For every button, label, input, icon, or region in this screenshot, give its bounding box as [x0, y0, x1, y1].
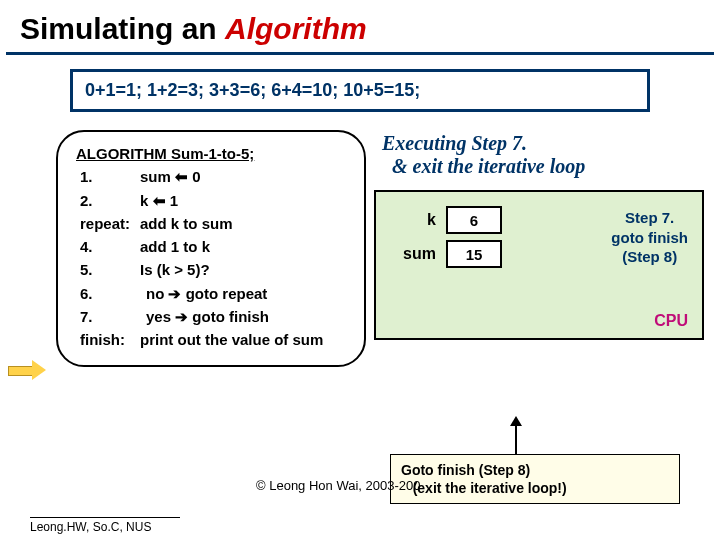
- current-step-arrow-col: [8, 130, 48, 378]
- algo-row: 5.Is (k > 5)?: [76, 258, 327, 281]
- footer: Leong.HW, So.C, NUS: [30, 517, 180, 534]
- goto-arrow-icon: [515, 418, 517, 454]
- main-row: ALGORITHM Sum-1-to-5; 1.sum ⬅ 02.k ⬅ 1re…: [0, 130, 720, 378]
- step-note-l3: (Step 8): [611, 247, 688, 267]
- algo-row: 4.add 1 to k: [76, 235, 327, 258]
- algorithm-header: ALGORITHM Sum-1-to-5;: [76, 142, 346, 165]
- title-black: Simulating an: [20, 12, 225, 45]
- algo-row-text: yes ➔ goto finish: [136, 305, 327, 328]
- algo-row: repeat:add k to sum: [76, 212, 327, 235]
- slide-title: Simulating an Algorithm: [0, 0, 720, 52]
- algo-row-text: no ➔ goto repeat: [136, 282, 327, 305]
- execution-note: Executing Step 7. & exit the iterative l…: [374, 132, 712, 178]
- algorithm-steps: 1.sum ⬅ 02.k ⬅ 1repeat:add k to sum4.add…: [76, 165, 327, 351]
- cpu-box: k6sum15 Step 7. goto finish (Step 8) CPU: [374, 190, 704, 340]
- algo-row-label: 2.: [76, 189, 136, 212]
- algo-row-label: 5.: [76, 258, 136, 281]
- algo-row-text: print out the value of sum: [136, 328, 327, 351]
- cpu-var-label: sum: [388, 245, 436, 263]
- algo-row: 2.k ⬅ 1: [76, 189, 327, 212]
- algo-row-text: add 1 to k: [136, 235, 327, 258]
- algorithm-box: ALGORITHM Sum-1-to-5; 1.sum ⬅ 02.k ⬅ 1re…: [56, 130, 366, 367]
- algo-row-label: finish:: [76, 328, 136, 351]
- algo-row-label: repeat:: [76, 212, 136, 235]
- algo-row-text: sum ⬅ 0: [136, 165, 327, 188]
- algo-row-label: 4.: [76, 235, 136, 258]
- title-rule: [6, 52, 714, 55]
- cpu-var-label: k: [388, 211, 436, 229]
- current-step-arrow-icon: [8, 362, 46, 378]
- step-note: Step 7. goto finish (Step 8): [611, 208, 688, 267]
- step-note-l1: Step 7.: [611, 208, 688, 228]
- exec-line2: & exit the iterative loop: [382, 155, 712, 178]
- algo-row-text: add k to sum: [136, 212, 327, 235]
- algo-row: 1.sum ⬅ 0: [76, 165, 327, 188]
- formula-box: 0+1=1; 1+2=3; 3+3=6; 6+4=10; 10+5=15;: [70, 69, 650, 112]
- goto-note-box: Goto finish (Step 8) (exit the iterative…: [390, 454, 680, 504]
- algo-row-label: 1.: [76, 165, 136, 188]
- copyright: © Leong Hon Wai, 2003-200: [256, 478, 420, 493]
- cpu-var-value: 15: [446, 240, 502, 268]
- algo-row-label: 7.: [76, 305, 136, 328]
- algo-row: 6. no ➔ goto repeat: [76, 282, 327, 305]
- cpu-var-value: 6: [446, 206, 502, 234]
- algo-row-text: k ⬅ 1: [136, 189, 327, 212]
- right-column: Executing Step 7. & exit the iterative l…: [374, 130, 712, 340]
- algo-row: finish:print out the value of sum: [76, 328, 327, 351]
- cpu-label: CPU: [654, 312, 688, 330]
- goto-line1: Goto finish (Step 8): [401, 461, 669, 479]
- title-red: Algorithm: [225, 12, 367, 45]
- step-note-l2: goto finish: [611, 228, 688, 248]
- algo-row-text: Is (k > 5)?: [136, 258, 327, 281]
- algo-row-label: 6.: [76, 282, 136, 305]
- formula-text: 0+1=1; 1+2=3; 3+3=6; 6+4=10; 10+5=15;: [85, 80, 420, 100]
- algo-row: 7. yes ➔ goto finish: [76, 305, 327, 328]
- goto-line2: (exit the iterative loop!): [401, 479, 669, 497]
- exec-line1: Executing Step 7.: [382, 132, 712, 155]
